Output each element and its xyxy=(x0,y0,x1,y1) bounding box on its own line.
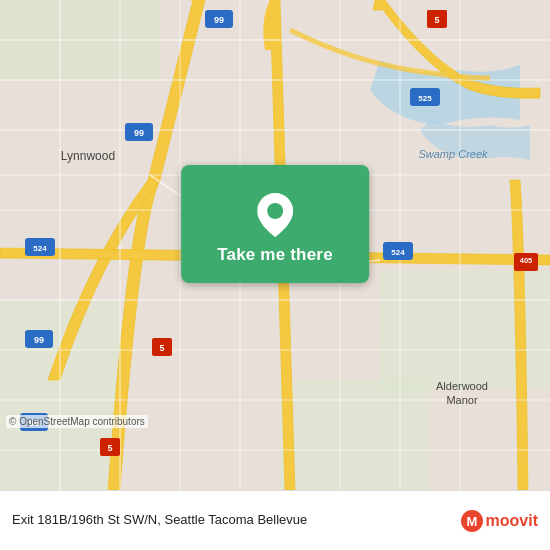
svg-text:Lynnwood: Lynnwood xyxy=(61,149,115,163)
moovit-icon: M xyxy=(461,510,483,532)
svg-point-48 xyxy=(267,203,283,219)
svg-text:5: 5 xyxy=(107,443,112,453)
svg-text:99: 99 xyxy=(214,15,224,25)
location-pin-icon xyxy=(257,193,293,237)
svg-text:5: 5 xyxy=(434,15,439,25)
svg-text:99: 99 xyxy=(34,335,44,345)
svg-text:Swamp Creek: Swamp Creek xyxy=(418,148,488,160)
osm-credit: © OpenStreetMap contributors xyxy=(6,415,148,428)
svg-text:405: 405 xyxy=(520,256,533,265)
svg-text:5: 5 xyxy=(159,343,164,353)
svg-text:524: 524 xyxy=(391,248,405,257)
take-me-there-button[interactable]: Take me there xyxy=(217,245,333,265)
svg-text:Manor: Manor xyxy=(446,394,478,406)
destination-label: Exit 181B/196th St SW/N, Seattle Tacoma … xyxy=(12,512,451,529)
take-me-there-overlay[interactable]: Take me there xyxy=(181,165,369,283)
bottom-bar: Exit 181B/196th St SW/N, Seattle Tacoma … xyxy=(0,490,550,550)
moovit-label: moovit xyxy=(486,512,538,530)
svg-text:525: 525 xyxy=(418,94,432,103)
svg-text:99: 99 xyxy=(134,128,144,138)
moovit-logo: M moovit xyxy=(461,510,538,532)
svg-text:M: M xyxy=(466,514,477,529)
svg-text:Alderwood: Alderwood xyxy=(436,380,488,392)
svg-rect-4 xyxy=(280,380,430,490)
map-container: 99 5 525 99 Lynnwood Swamp Creek 524 524… xyxy=(0,0,550,490)
svg-text:524: 524 xyxy=(33,244,47,253)
